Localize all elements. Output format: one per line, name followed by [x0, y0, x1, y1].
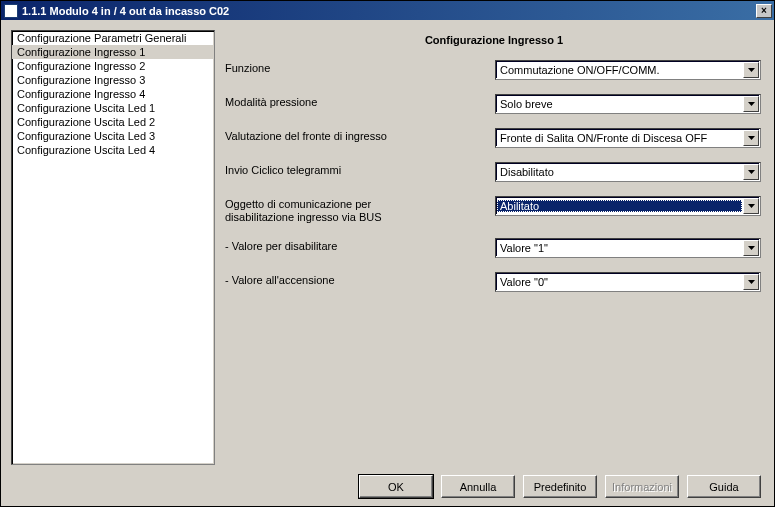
- form-label-6: - Valore all'accensione: [225, 272, 495, 286]
- form-select-1[interactable]: Solo breve: [495, 94, 761, 114]
- button-row: OK Annulla Predefinito Informazioni Guid…: [11, 465, 765, 498]
- form-value-3: Disabilitato: [496, 166, 742, 178]
- chevron-down-icon[interactable]: [743, 240, 759, 256]
- svg-marker-6: [748, 280, 755, 284]
- info-label: Informazioni: [612, 481, 672, 493]
- form-row-3: Invio Ciclico telegrammiDisabilitato: [223, 162, 765, 182]
- ok-button[interactable]: OK: [359, 475, 433, 498]
- sidebar-item-8[interactable]: Configurazione Uscita Led 4: [12, 143, 214, 157]
- cancel-button[interactable]: Annulla: [441, 475, 515, 498]
- form-select-4[interactable]: Abilitato: [495, 196, 761, 216]
- sidebar-item-1[interactable]: Configurazione Ingresso 1: [12, 45, 214, 59]
- help-button[interactable]: Guida: [687, 475, 761, 498]
- form-row-1: Modalità pressioneSolo breve: [223, 94, 765, 114]
- svg-marker-0: [748, 68, 755, 72]
- parameter-panel: Configurazione Ingresso 1 FunzioneCommut…: [223, 30, 765, 465]
- form-select-6[interactable]: Valore "0": [495, 272, 761, 292]
- client-area: Configurazione Parametri GeneraliConfigu…: [1, 20, 774, 506]
- info-button: Informazioni: [605, 475, 679, 498]
- form-row-2: Valutazione del fronte di ingressoFronte…: [223, 128, 765, 148]
- form-row-4: Oggetto di comunicazione perdisabilitazi…: [223, 196, 765, 224]
- cancel-label: Annulla: [460, 481, 497, 493]
- chevron-down-icon[interactable]: [743, 274, 759, 290]
- chevron-down-icon[interactable]: [743, 96, 759, 112]
- form-label-2: Valutazione del fronte di ingresso: [225, 128, 495, 142]
- form-value-1: Solo breve: [496, 98, 742, 110]
- form-label-3: Invio Ciclico telegrammi: [225, 162, 495, 176]
- form-value-4: Abilitato: [497, 200, 742, 212]
- form-label-0: Funzione: [225, 60, 495, 74]
- form-value-6: Valore "0": [496, 276, 742, 288]
- close-button[interactable]: ×: [756, 4, 772, 18]
- sidebar-listbox[interactable]: Configurazione Parametri GeneraliConfigu…: [11, 30, 215, 465]
- sidebar-item-6[interactable]: Configurazione Uscita Led 2: [12, 115, 214, 129]
- form-select-5[interactable]: Valore "1": [495, 238, 761, 258]
- form-label-4: Oggetto di comunicazione perdisabilitazi…: [225, 196, 495, 224]
- form-row-0: FunzioneCommutazione ON/OFF/COMM.: [223, 60, 765, 80]
- form-value-5: Valore "1": [496, 242, 742, 254]
- sidebar-item-7[interactable]: Configurazione Uscita Led 3: [12, 129, 214, 143]
- form-select-2[interactable]: Fronte di Salita ON/Fronte di Discesa OF…: [495, 128, 761, 148]
- ok-label: OK: [388, 481, 404, 493]
- chevron-down-icon[interactable]: [743, 130, 759, 146]
- form-label-5: - Valore per disabilitare: [225, 238, 495, 252]
- sidebar-item-3[interactable]: Configurazione Ingresso 3: [12, 73, 214, 87]
- svg-marker-4: [748, 204, 755, 208]
- sidebar-item-2[interactable]: Configurazione Ingresso 2: [12, 59, 214, 73]
- chevron-down-icon[interactable]: [743, 164, 759, 180]
- form-row-5: - Valore per disabilitareValore "1": [223, 238, 765, 258]
- chevron-down-icon[interactable]: [743, 198, 759, 214]
- panel-title: Configurazione Ingresso 1: [223, 30, 765, 60]
- svg-marker-1: [748, 102, 755, 106]
- default-button[interactable]: Predefinito: [523, 475, 597, 498]
- main-row: Configurazione Parametri GeneraliConfigu…: [11, 30, 765, 465]
- form-select-3[interactable]: Disabilitato: [495, 162, 761, 182]
- sidebar-item-4[interactable]: Configurazione Ingresso 4: [12, 87, 214, 101]
- svg-marker-5: [748, 246, 755, 250]
- svg-marker-2: [748, 136, 755, 140]
- default-label: Predefinito: [534, 481, 587, 493]
- titlebar[interactable]: 1.1.1 Modulo 4 in / 4 out da incasso C02…: [1, 1, 774, 20]
- close-icon: ×: [761, 6, 767, 16]
- svg-marker-3: [748, 170, 755, 174]
- chevron-down-icon[interactable]: [743, 62, 759, 78]
- form-value-2: Fronte di Salita ON/Fronte di Discesa OF…: [496, 132, 742, 144]
- form-value-0: Commutazione ON/OFF/COMM.: [496, 64, 742, 76]
- sidebar-item-0[interactable]: Configurazione Parametri Generali: [12, 31, 214, 45]
- help-label: Guida: [709, 481, 738, 493]
- dialog-window: 1.1.1 Modulo 4 in / 4 out da incasso C02…: [0, 0, 775, 507]
- form-label-1: Modalità pressione: [225, 94, 495, 108]
- form-rows: FunzioneCommutazione ON/OFF/COMM.Modalit…: [223, 60, 765, 306]
- form-row-6: - Valore all'accensioneValore "0": [223, 272, 765, 292]
- sidebar-item-5[interactable]: Configurazione Uscita Led 1: [12, 101, 214, 115]
- form-select-0[interactable]: Commutazione ON/OFF/COMM.: [495, 60, 761, 80]
- window-title: 1.1.1 Modulo 4 in / 4 out da incasso C02: [22, 5, 756, 17]
- app-icon: [4, 4, 18, 18]
